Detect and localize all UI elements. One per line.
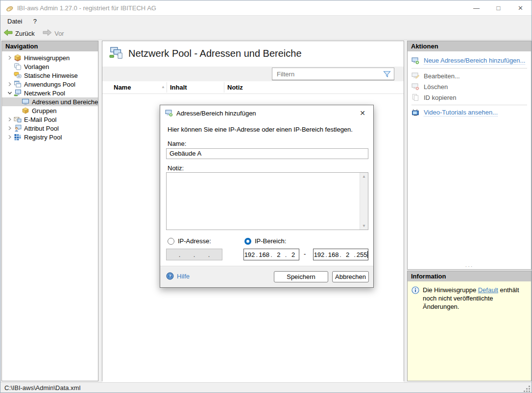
sidebar-item-label: Attribut Pool (24, 125, 59, 132)
octet[interactable]: 2 (288, 251, 299, 258)
sidebar-item-label: Registry Pool (24, 134, 62, 141)
octet[interactable]: 168 (328, 251, 339, 258)
action-label[interactable]: Bearbeiten... (424, 72, 460, 80)
minimize-button[interactable]: — (465, 0, 487, 16)
box-icon (22, 107, 30, 115)
sidebar-item-label: Gruppen (32, 107, 57, 115)
octet[interactable]: 2 (273, 251, 284, 258)
radio-checked-icon[interactable] (244, 238, 251, 245)
action-label[interactable]: Löschen (424, 83, 448, 91)
sidebar-item-adressen-und-bereiche[interactable]: Adressen und Bereiche (2, 97, 98, 106)
action-add-address[interactable]: Neue Adresse/Bereich hinzufügen... (411, 56, 531, 66)
filter-placeholder: Filtern (277, 70, 294, 78)
sidebar-item-attribut-pool[interactable]: Attribut Pool (2, 124, 98, 133)
name-field[interactable]: Gebäude A (166, 148, 368, 159)
dialog-close-icon[interactable]: ✕ (358, 109, 367, 117)
sidebar-item-netzwerk-pool[interactable]: Netzwerk Pool (2, 89, 98, 97)
sidebar-item-vorlagen[interactable]: Vorlagen (2, 62, 98, 71)
save-button[interactable]: Speichern (274, 271, 328, 282)
app-window: IBI-aws Admin 1.27.0 - registriert für I… (0, 0, 532, 393)
sidebar-item-gruppen[interactable]: Gruppen (2, 106, 98, 115)
chevron-right-icon[interactable] (6, 82, 14, 87)
resize-grip[interactable] (523, 385, 531, 393)
information-body: Die Hinweisgruppe Default enthält noch n… (408, 281, 531, 381)
scroll-down-icon[interactable]: ▼ (360, 224, 368, 228)
sidebar-item-hinweisgruppen[interactable]: Hinweisgruppen (2, 53, 98, 62)
help-link[interactable]: ? Hilfe (166, 272, 190, 280)
menu-bar: Datei ? (0, 16, 532, 27)
actions-divider (411, 68, 527, 69)
ip-range-option[interactable]: IP-Bereich: (244, 237, 286, 245)
octet[interactable]: 2 (342, 251, 353, 258)
sidebar-item-registry-pool[interactable]: Registry Pool (2, 133, 98, 141)
cancel-button[interactable]: Abbrechen (332, 271, 369, 282)
chevron-right-icon[interactable] (6, 55, 14, 60)
information-header: Information (408, 271, 531, 281)
email-icon (14, 116, 22, 123)
column-header-name[interactable]: Name (114, 84, 131, 91)
copy-icon (411, 93, 420, 101)
actions-header: Aktionen (408, 41, 531, 51)
octet[interactable]: 192 (314, 251, 325, 258)
filter-input[interactable]: Filtern (272, 68, 394, 80)
monitor-add-icon (411, 57, 420, 65)
name-label: Name: (168, 140, 186, 147)
filter-row: Filtern (102, 67, 404, 81)
action-copy-id[interactable]: ID kopieren (411, 92, 531, 102)
chevron-down-icon[interactable] (6, 91, 14, 95)
chevron-right-icon[interactable] (6, 117, 14, 122)
octet[interactable]: 192 (244, 251, 255, 258)
action-label[interactable]: Neue Adresse/Bereich hinzufügen... (424, 57, 525, 65)
main-header: Netzwerk Pool - Adressen und Bereiche (102, 41, 404, 67)
status-bar: C:\IBI-aws\Admin\Data.xml (0, 382, 532, 393)
action-video-tutorials[interactable]: Video-Tutorials ansehen... (411, 108, 531, 117)
registry-grid-icon (14, 133, 22, 141)
ip-address-option[interactable]: IP-Adresse: (168, 237, 211, 245)
chevron-right-icon[interactable] (6, 135, 14, 139)
scrollbar[interactable]: ▲ ▼ (360, 173, 368, 230)
dialog-description: Hier können Sie eine IP-Adresse oder ein… (168, 126, 353, 133)
column-header-inhalt[interactable]: Inhalt (170, 84, 187, 91)
action-edit[interactable]: Bearbeiten... (411, 71, 531, 81)
octet[interactable]: 255 (356, 251, 367, 258)
menu-item-help[interactable]: ? (29, 16, 41, 27)
default-group-link[interactable]: Default (478, 286, 498, 294)
back-button[interactable]: Zurück (0, 27, 38, 39)
window-title: IBI-aws Admin 1.27.0 - registriert für I… (17, 4, 156, 12)
svg-text:?: ? (169, 274, 171, 278)
chevron-right-icon[interactable] (6, 126, 14, 131)
monitor-add-icon (165, 109, 173, 117)
sidebar-item-label: Vorlagen (24, 63, 49, 70)
scroll-up-icon[interactable]: ▲ (360, 174, 368, 179)
panel-splitter-grip[interactable]: ··· (408, 264, 531, 269)
ip-range-from-field[interactable]: 192.168.2.2 (243, 249, 299, 260)
table-header: Name ▲ Inhalt Notiz (102, 81, 404, 94)
person-monitor-icon (14, 124, 22, 132)
sidebar-item-statische-hinweise[interactable]: Statische Hinweise (2, 71, 98, 80)
menu-item-datei[interactable]: Datei (3, 16, 26, 27)
page-title: Netzwerk Pool - Adressen und Bereiche (128, 48, 302, 59)
sidebar-item-anwendungs-pool[interactable]: Anwendungs Pool (2, 80, 98, 89)
action-delete[interactable]: Löschen (411, 82, 531, 92)
octet[interactable]: 168 (259, 251, 270, 258)
sidebar-item-label: Adressen und Bereiche (32, 98, 98, 106)
information-panel: Information Die Hinweisgruppe Default en… (407, 271, 532, 381)
filter-funnel-icon[interactable] (383, 70, 391, 78)
ip-address-field[interactable]: ... (166, 249, 222, 260)
maximize-button[interactable]: □ (487, 0, 509, 16)
monitor-icon (22, 98, 30, 106)
text-caret (367, 251, 368, 258)
help-label[interactable]: Hilfe (177, 273, 190, 280)
action-label[interactable]: ID kopieren (424, 94, 456, 101)
sidebar-item-email-pool[interactable]: E-Mail Pool (2, 115, 98, 124)
note-field[interactable]: ▲ ▼ (166, 172, 368, 230)
close-button[interactable]: ✕ (509, 0, 532, 16)
ip-range-to-field[interactable]: 192.168.2.255 (313, 249, 368, 260)
sidebar-item-label: Hinweisgruppen (24, 54, 70, 62)
forward-arrow-icon (43, 29, 52, 38)
radio-unchecked-icon[interactable] (168, 238, 174, 245)
forward-button[interactable]: Vor (40, 27, 67, 39)
action-label[interactable]: Video-Tutorials ansehen... (424, 109, 498, 116)
column-header-notiz[interactable]: Notiz (227, 84, 243, 91)
toolbar: Zurück Vor (0, 27, 532, 40)
